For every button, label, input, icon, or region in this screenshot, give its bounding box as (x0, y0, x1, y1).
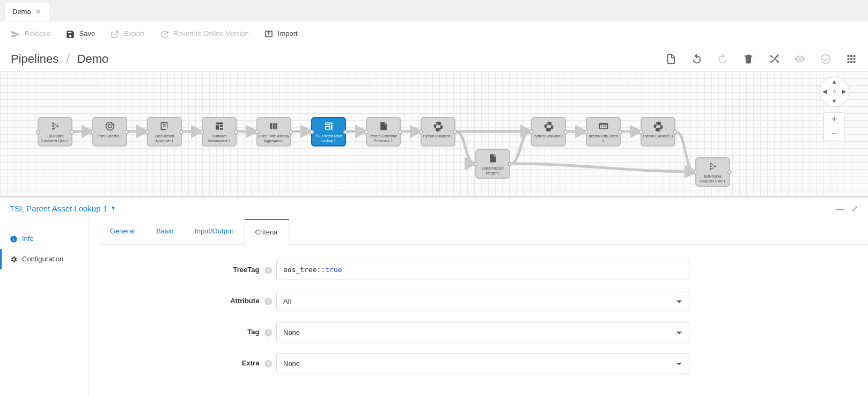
pipeline-node[interactable]: Last Record Appender 1 (147, 117, 182, 146)
pipeline-node[interactable]: TSL Parent Asset Lookup 1 (311, 117, 346, 146)
hint-icon[interactable]: i (264, 267, 272, 274)
output-port[interactable] (70, 130, 74, 134)
node-label: TSL Parent Asset Lookup 1 (313, 134, 344, 143)
input-port[interactable] (639, 130, 643, 134)
input-port[interactable] (255, 130, 259, 134)
treetag-input[interactable]: eos_tree::true (276, 260, 689, 280)
pipeline-node[interactable]: Cumulant Decomposer 1 (202, 117, 237, 146)
shuffle-icon[interactable] (768, 53, 780, 65)
output-port[interactable] (179, 130, 183, 134)
save-button[interactable]: Save (65, 29, 95, 39)
tab-general[interactable]: General (99, 219, 145, 244)
pan-up-icon[interactable]: ▲ (832, 78, 837, 86)
pipeline-node[interactable]: Fixed Time Window Aggregator 1 (256, 117, 291, 146)
breadcrumb-current: Demo (77, 52, 109, 65)
pipeline-node[interactable]: Python Evaluator 2 (531, 117, 566, 146)
zoom-in-button[interactable]: + (824, 113, 844, 127)
tab-basic[interactable]: Basic (145, 219, 184, 244)
node-label: Last Record Appender 1 (149, 134, 180, 143)
pipeline-node[interactable]: Point Selector 1 (92, 117, 127, 146)
hint-icon[interactable]: i (264, 298, 272, 305)
pipeline-canvas[interactable]: EDH Kafka Consumer User 1Point Selector … (0, 71, 868, 197)
paper-plane-icon (11, 30, 20, 39)
input-port[interactable] (529, 130, 534, 134)
extra-select[interactable]: None (276, 353, 689, 373)
sidebar-item-info[interactable]: Info (0, 229, 88, 249)
window-icon (268, 120, 280, 132)
node-label: Point Selector 1 (98, 134, 122, 138)
zoom-out-button[interactable]: − (824, 127, 844, 141)
zoom-control[interactable]: + − (823, 112, 845, 141)
input-port[interactable] (36, 130, 40, 134)
pan-right-icon[interactable]: ▶ (842, 87, 846, 96)
input-port[interactable] (364, 130, 369, 134)
record-icon (378, 120, 389, 132)
node-label: Python Evaluator 2 (534, 134, 563, 138)
output-port[interactable] (289, 130, 293, 134)
apps-grid-icon[interactable] (845, 53, 857, 65)
pipeline-node[interactable]: Python Evaluator 1 (421, 117, 455, 146)
input-port[interactable] (694, 170, 698, 174)
node-label: EDH Kafka Consumer User 1 (40, 134, 70, 143)
input-port[interactable] (91, 130, 95, 134)
breadcrumb-separator: / (66, 52, 69, 65)
pan-down-icon[interactable]: ▼ (832, 97, 837, 105)
output-port[interactable] (673, 130, 677, 134)
pan-home-icon[interactable]: ⌂ (833, 87, 836, 96)
input-port[interactable] (145, 130, 150, 134)
panel-minimize-button[interactable]: — (836, 203, 844, 214)
import-button[interactable]: Import (264, 29, 298, 39)
eye-icon (794, 53, 806, 65)
canvas-toolbar (665, 53, 857, 65)
undo-icon[interactable] (691, 53, 703, 65)
node-label: Python Evaluator 3 (643, 134, 673, 138)
save-label: Save (79, 29, 95, 39)
output-port[interactable] (234, 130, 238, 134)
import-label: Import (278, 29, 298, 39)
breadcrumb-root[interactable]: Pipelines (11, 52, 58, 65)
append-icon (159, 120, 171, 132)
extra-label: Extra i (99, 358, 276, 368)
trash-icon[interactable] (742, 53, 754, 65)
pipeline-node[interactable]: Record Generator Processor 1 (366, 117, 401, 146)
input-port[interactable] (419, 130, 423, 134)
output-port[interactable] (563, 130, 568, 134)
attribute-label: Attribute i (99, 296, 276, 306)
node-label: Record Generator Processor 1 (368, 134, 399, 143)
output-port[interactable] (507, 162, 512, 166)
input-port[interactable] (200, 130, 204, 134)
input-port[interactable] (474, 162, 478, 166)
panel-title: TSL Parent Asset Lookup 1 (10, 203, 107, 214)
attribute-select[interactable]: All (276, 291, 689, 311)
tag-select[interactable]: None (276, 322, 689, 342)
panel-expand-button[interactable]: ⤢ (851, 203, 858, 214)
output-port[interactable] (343, 130, 348, 134)
output-port[interactable] (727, 170, 732, 174)
pan-left-icon[interactable]: ◀ (822, 87, 827, 96)
pipeline-node[interactable]: Internal Http Client 1 (586, 117, 621, 146)
output-port[interactable] (398, 130, 402, 134)
python-icon (652, 120, 664, 132)
input-port[interactable] (584, 130, 589, 134)
input-port[interactable] (310, 130, 314, 134)
pipeline-node[interactable]: EDH Kafka Consumer User 1 (38, 117, 72, 146)
pipeline-node[interactable]: Latest Record Merger 1 (475, 149, 510, 179)
file-icon[interactable] (665, 53, 677, 65)
hint-icon[interactable]: i (264, 360, 272, 368)
close-icon[interactable]: ✕ (35, 8, 41, 15)
pan-control[interactable]: ▲ ◀ ⌂ ▶ ▼ (819, 77, 849, 107)
panel-title-dropdown[interactable]: TSL Parent Asset Lookup 1 ▼ (10, 203, 116, 214)
hint-icon[interactable]: i (264, 329, 272, 336)
pipeline-node[interactable]: EDH Kafka Producer User 1 (695, 157, 730, 187)
kafka-icon (707, 160, 719, 172)
output-port[interactable] (124, 130, 129, 134)
output-port[interactable] (453, 130, 457, 134)
merge-icon (487, 152, 499, 164)
output-port[interactable] (618, 130, 622, 134)
tab-input-output[interactable]: Input/Output (184, 219, 244, 244)
sidebar-item-configuration[interactable]: Configuration (0, 249, 88, 269)
pipeline-node[interactable]: Python Evaluator 3 (641, 117, 675, 146)
tab-demo[interactable]: Demo ✕ (4, 2, 49, 21)
kafka-icon (49, 120, 61, 132)
tab-criteria[interactable]: Criteria (244, 219, 289, 245)
